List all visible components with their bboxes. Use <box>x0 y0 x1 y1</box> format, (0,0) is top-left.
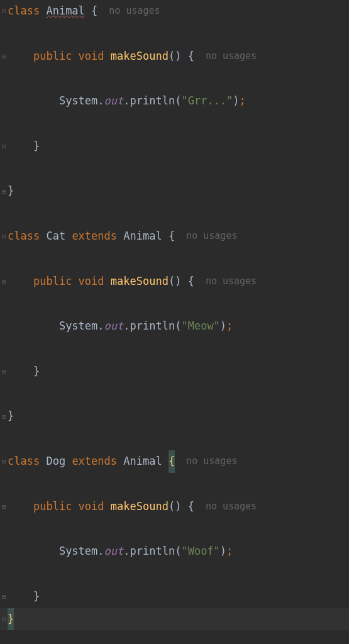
paren-open: ( <box>175 90 181 113</box>
class-name-animal: Animal <box>46 0 84 23</box>
code-line-empty[interactable] <box>0 248 349 270</box>
indent <box>8 270 33 293</box>
usage-hint[interactable]: no usages <box>206 497 257 517</box>
indent <box>8 540 59 563</box>
indent <box>8 360 33 383</box>
string-literal: "Meow" <box>181 315 219 338</box>
code-line-cursor[interactable]: ⊟ } <box>0 608 349 631</box>
code-line[interactable]: ⊟ } <box>0 405 349 428</box>
usage-hint[interactable]: no usages <box>206 272 257 292</box>
fold-icon[interactable]: ⊟ <box>0 233 8 240</box>
fold-icon[interactable]: ⊟ <box>0 187 8 195</box>
semicolon: ; <box>240 90 246 113</box>
code-line-empty[interactable] <box>0 428 349 450</box>
brace-close-highlighted: } <box>8 608 14 631</box>
indent <box>8 135 33 158</box>
fold-icon[interactable]: ⊟ <box>0 413 8 420</box>
code-line[interactable]: ⊟ public void makeSound() {no usages <box>0 270 349 293</box>
fold-icon[interactable]: ⊟ <box>0 593 8 601</box>
fold-icon[interactable]: ⊟ <box>0 502 8 510</box>
brace-close: } <box>8 180 14 203</box>
keyword-public: public <box>33 496 79 518</box>
code-line-empty[interactable] <box>0 292 349 315</box>
keyword-class: class <box>8 450 46 473</box>
method-println: println <box>130 315 175 338</box>
dot: . <box>123 315 130 338</box>
code-editor[interactable]: ⊟ class Animal {no usages ⊟ public void … <box>0 0 349 630</box>
code-line[interactable]: ⊟ class Dog extends Animal {no usages <box>0 450 349 473</box>
usage-hint[interactable]: no usages <box>186 452 237 472</box>
usage-hint[interactable]: no usages <box>109 1 160 21</box>
fold-icon[interactable]: ⊟ <box>0 143 8 150</box>
code-line-empty[interactable] <box>0 563 349 586</box>
brace-open: { <box>85 0 97 23</box>
fold-icon[interactable]: ⊟ <box>0 52 8 60</box>
usage-hint[interactable]: no usages <box>186 226 237 247</box>
keyword-void: void <box>79 496 111 518</box>
paren-open: ( <box>175 540 181 563</box>
fold-icon[interactable]: ⊟ <box>0 615 8 623</box>
method-parens: () { <box>169 270 194 293</box>
field-out: out <box>104 540 124 563</box>
keyword-extends: extends <box>65 225 123 248</box>
code-line[interactable]: ⊟ } <box>0 360 349 383</box>
dot: . <box>97 315 104 338</box>
indent <box>8 496 33 518</box>
keyword-void: void <box>79 270 111 293</box>
code-line-empty[interactable] <box>0 383 349 406</box>
fold-icon[interactable]: ⊟ <box>0 8 8 15</box>
code-line[interactable]: System.out.println("Woof"); <box>0 540 349 563</box>
field-out: out <box>104 90 124 113</box>
code-line[interactable]: ⊟ public void makeSound() {no usages <box>0 45 349 68</box>
method-parens: () { <box>169 45 194 68</box>
keyword-class: class <box>8 0 46 23</box>
indent <box>8 90 59 113</box>
usage-hint[interactable]: no usages <box>206 47 257 67</box>
code-line[interactable]: System.out.println("Meow"); <box>0 315 349 338</box>
code-line-empty[interactable] <box>0 67 349 90</box>
method-name: makeSound <box>111 45 169 68</box>
brace-open-highlighted: { <box>169 450 175 473</box>
indent <box>8 45 33 68</box>
fold-icon[interactable]: ⊟ <box>0 458 8 465</box>
brace-close: } <box>33 135 40 158</box>
brace-open: { <box>162 225 175 248</box>
method-println: println <box>130 90 175 113</box>
fold-icon[interactable]: ⊟ <box>0 368 8 375</box>
dot: . <box>123 90 130 113</box>
code-line[interactable]: ⊟ } <box>0 180 349 203</box>
string-literal: "Grr..." <box>181 90 233 113</box>
indent <box>8 586 33 608</box>
keyword-void: void <box>79 45 111 68</box>
code-line[interactable]: ⊟ } <box>0 135 349 158</box>
code-line[interactable]: ⊟ public void makeSound() {no usages <box>0 496 349 518</box>
code-line-empty[interactable] <box>0 113 349 135</box>
code-line[interactable]: ⊟ class Animal {no usages <box>0 0 349 23</box>
dot: . <box>97 540 104 563</box>
fold-icon[interactable]: ⊟ <box>0 277 8 285</box>
method-name: makeSound <box>111 496 169 518</box>
code-line-empty[interactable] <box>0 158 349 180</box>
code-line-empty[interactable] <box>0 338 349 360</box>
paren-close: ) <box>233 90 239 113</box>
code-line[interactable]: System.out.println("Grr..."); <box>0 90 349 113</box>
code-line[interactable]: ⊟ } <box>0 586 349 608</box>
code-line-empty[interactable] <box>0 473 349 496</box>
method-println: println <box>130 540 175 563</box>
code-line[interactable]: ⊟ class Cat extends Animal {no usages <box>0 225 349 248</box>
keyword-public: public <box>33 270 79 293</box>
method-parens: () { <box>169 496 194 518</box>
method-name: makeSound <box>111 270 169 293</box>
indent <box>8 315 59 338</box>
class-name-parent: Animal <box>123 225 162 248</box>
code-line-empty[interactable] <box>0 518 349 540</box>
keyword-extends: extends <box>65 450 123 473</box>
keyword-public: public <box>33 45 79 68</box>
semicolon: ; <box>226 540 233 563</box>
string-literal: "Woof" <box>181 540 219 563</box>
paren-open: ( <box>175 315 181 338</box>
code-line-empty[interactable] <box>0 23 349 45</box>
field-out: out <box>104 315 124 338</box>
code-line-empty[interactable] <box>0 203 349 225</box>
brace-close: } <box>33 586 40 608</box>
